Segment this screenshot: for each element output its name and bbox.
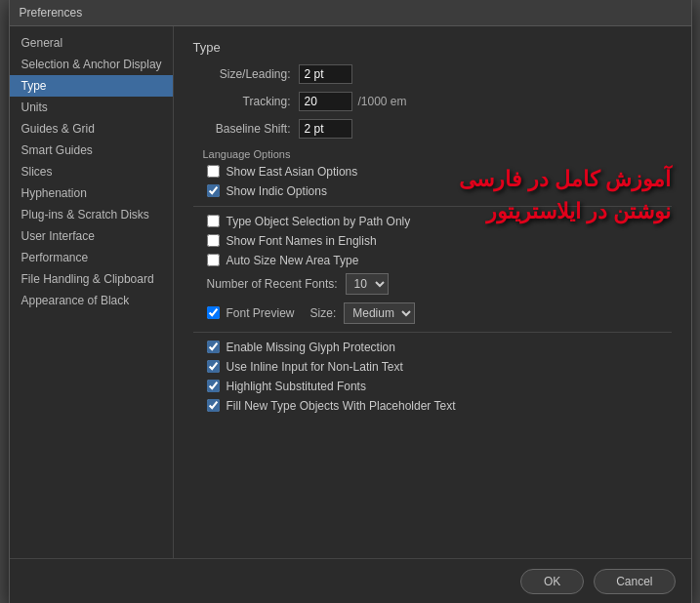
recent-fonts-select[interactable]: 10 5 15 20 xyxy=(346,273,389,295)
auto-size-label[interactable]: Auto Size New Area Type xyxy=(226,254,359,267)
missing-glyph-label[interactable]: Enable Missing Glyph Protection xyxy=(226,341,395,354)
type-object-checkbox[interactable] xyxy=(207,215,220,227)
sidebar-item-user-interface[interactable]: User Interface xyxy=(10,225,173,247)
inline-input-checkbox[interactable] xyxy=(207,360,220,373)
sidebar-item-file-handling[interactable]: File Handling & Clipboard xyxy=(10,268,173,290)
sidebar-item-units[interactable]: Units xyxy=(10,97,173,118)
highlight-substituted-checkbox[interactable] xyxy=(207,380,220,392)
sidebar-item-guides-grid[interactable]: Guides & Grid xyxy=(10,118,173,140)
auto-size-row: Auto Size New Area Type xyxy=(207,254,672,267)
inline-input-label[interactable]: Use Inline Input for Non-Latin Text xyxy=(226,360,403,374)
fill-new-type-label[interactable]: Fill New Type Objects With Placeholder T… xyxy=(226,399,456,413)
sidebar-item-plugins[interactable]: Plug-ins & Scratch Disks xyxy=(10,204,173,225)
main-content: Type Size/Leading: Tracking: /1000 em Ba… xyxy=(174,26,691,558)
recent-fonts-row: Number of Recent Fonts: 10 5 15 20 xyxy=(207,273,672,295)
dialog-title: Preferences xyxy=(20,6,83,20)
tracking-label: Tracking: xyxy=(203,95,291,108)
east-asian-checkbox[interactable] xyxy=(207,165,220,178)
type-object-label[interactable]: Type Object Selection by Path Only xyxy=(226,215,411,228)
divider-2 xyxy=(193,332,672,333)
ok-button[interactable]: OK xyxy=(520,569,584,594)
indic-label[interactable]: Show Indic Options xyxy=(226,184,327,198)
font-preview-size-select[interactable]: Small Medium Large xyxy=(344,302,415,324)
type-object-row: Type Object Selection by Path Only xyxy=(207,215,672,228)
sidebar-item-performance[interactable]: Performance xyxy=(10,247,173,268)
preferences-dialog: Preferences General Selection & Anchor D… xyxy=(9,0,692,603)
title-bar: Preferences xyxy=(10,0,691,26)
fill-new-type-row: Fill New Type Objects With Placeholder T… xyxy=(207,399,672,413)
size-leading-input[interactable] xyxy=(299,64,352,84)
font-names-row: Show Font Names in English xyxy=(207,234,672,248)
size-leading-label: Size/Leading: xyxy=(203,67,291,81)
indic-checkbox[interactable] xyxy=(207,184,220,197)
sidebar-item-selection-anchor[interactable]: Selection & Anchor Display xyxy=(10,54,173,75)
size-label: Size: xyxy=(310,306,337,320)
size-leading-row: Size/Leading: xyxy=(203,64,672,84)
sidebar-item-type[interactable]: Type xyxy=(10,75,173,97)
sidebar-item-hyphenation[interactable]: Hyphenation xyxy=(10,182,173,204)
dialog-footer: OK Cancel xyxy=(10,558,691,604)
font-preview-checkbox[interactable] xyxy=(207,306,220,319)
missing-glyph-checkbox[interactable] xyxy=(207,341,220,353)
missing-glyph-row: Enable Missing Glyph Protection xyxy=(207,341,672,354)
east-asian-row: Show East Asian Options xyxy=(207,165,672,179)
inline-input-row: Use Inline Input for Non-Latin Text xyxy=(207,360,672,374)
baseline-shift-label: Baseline Shift: xyxy=(203,122,291,136)
baseline-shift-row: Baseline Shift: xyxy=(203,119,672,139)
font-names-checkbox[interactable] xyxy=(207,234,220,247)
recent-fonts-label: Number of Recent Fonts: xyxy=(207,277,338,291)
tracking-unit: /1000 em xyxy=(358,95,407,108)
language-options-label: Language Options xyxy=(203,148,672,160)
highlight-substituted-row: Highlight Substituted Fonts xyxy=(207,380,672,393)
font-names-label[interactable]: Show Font Names in English xyxy=(226,234,377,248)
east-asian-label[interactable]: Show East Asian Options xyxy=(226,165,358,179)
highlight-substituted-label[interactable]: Highlight Substituted Fonts xyxy=(226,380,366,393)
sidebar-item-general[interactable]: General xyxy=(10,32,173,54)
divider-1 xyxy=(193,206,672,207)
font-preview-row: Font Preview Size: Small Medium Large xyxy=(207,302,672,324)
indic-row: Show Indic Options xyxy=(207,184,672,198)
sidebar-item-slices[interactable]: Slices xyxy=(10,161,173,182)
sidebar-item-smart-guides[interactable]: Smart Guides xyxy=(10,140,173,161)
sidebar: General Selection & Anchor Display Type … xyxy=(10,26,174,558)
tracking-row: Tracking: /1000 em xyxy=(203,92,672,111)
section-title: Type xyxy=(193,40,672,55)
sidebar-item-appearance[interactable]: Appearance of Black xyxy=(10,290,173,311)
cancel-button[interactable]: Cancel xyxy=(594,569,675,594)
auto-size-checkbox[interactable] xyxy=(207,254,220,266)
font-preview-label[interactable]: Font Preview xyxy=(226,306,295,320)
tracking-input[interactable] xyxy=(299,92,352,111)
fill-new-type-checkbox[interactable] xyxy=(207,399,220,412)
dialog-body: General Selection & Anchor Display Type … xyxy=(10,26,691,558)
baseline-shift-input[interactable] xyxy=(299,119,352,139)
